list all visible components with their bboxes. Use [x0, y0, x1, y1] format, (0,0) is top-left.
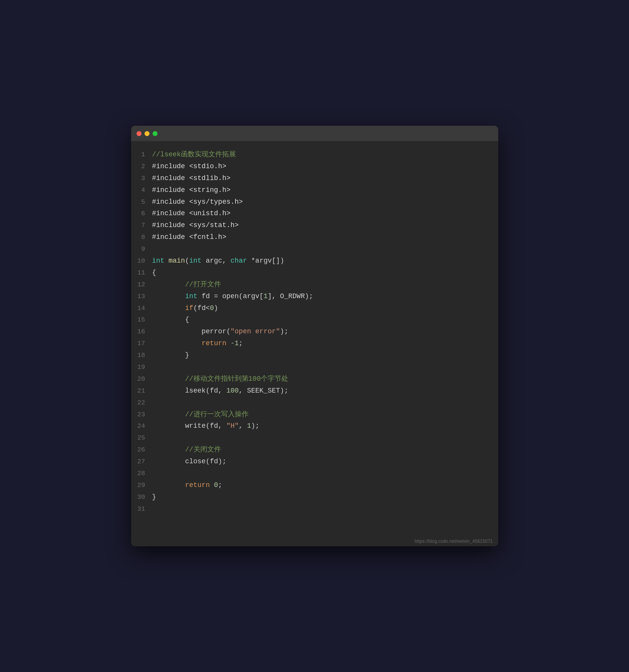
token-comment: //关闭文件 [185, 446, 221, 453]
line-number: 28 [135, 468, 152, 479]
line-content: //lseek函数实现文件拓展 [152, 149, 494, 161]
token-number: 0 [214, 481, 218, 489]
line-number: 31 [135, 504, 152, 515]
token-plain [152, 281, 185, 288]
line-content: #include <string.h> [152, 184, 494, 196]
token-plain: *argv[]) [247, 257, 284, 265]
line-number: 30 [135, 492, 152, 503]
token-keyword: return [185, 481, 210, 489]
line-number: 10 [135, 256, 152, 267]
line-content: int main(int argc, char *argv[]) [152, 255, 494, 267]
code-line: 30} [131, 491, 498, 503]
line-content [152, 361, 494, 373]
line-content: #include <unistd.h> [152, 208, 494, 219]
line-content: #include <stdlib.h> [152, 172, 494, 184]
code-line: 27 close(fd); [131, 456, 498, 467]
line-number: 29 [135, 480, 152, 491]
token-plain [226, 339, 231, 347]
line-content [152, 397, 494, 409]
line-content: perror("open error"); [152, 326, 494, 338]
line-number: 6 [135, 208, 152, 219]
token-plain [152, 375, 185, 383]
minimize-button[interactable] [145, 131, 150, 136]
line-content: return -1; [152, 338, 494, 349]
code-line: 12 //打开文件 [131, 279, 498, 291]
token-preprocessor: #include <sys/stat.h> [152, 221, 239, 229]
footer-url: https://blog.csdn.net/weixin_45615071 [409, 536, 498, 546]
line-number: 7 [135, 220, 152, 231]
token-plain: ( [185, 257, 189, 265]
token-plain: perror( [152, 328, 231, 335]
token-comment: //lseek函数实现文件拓展 [152, 151, 236, 158]
code-line: 9 [131, 243, 498, 255]
code-line: 19 [131, 361, 498, 373]
line-number: 20 [135, 374, 152, 385]
token-plain: lseek(fd, [152, 387, 226, 394]
token-comment: //打开文件 [185, 281, 221, 288]
token-plain [152, 304, 185, 312]
token-plain: , SEEK_SET); [239, 387, 288, 394]
token-plain: ; [218, 481, 222, 489]
token-number: 0 [210, 304, 214, 312]
code-line: 13 int fd = open(argv[1], O_RDWR); [131, 291, 498, 302]
line-number: 12 [135, 279, 152, 291]
line-content: #include <stdio.h> [152, 161, 494, 172]
token-plain: , [239, 422, 247, 430]
token-plain: argc, [202, 257, 231, 265]
code-line: 25 [131, 432, 498, 444]
titlebar [131, 126, 498, 141]
line-number: 11 [135, 268, 152, 279]
token-plain [152, 292, 185, 300]
code-window: 1//lseek函数实现文件拓展2#include <stdio.h>3#inc… [131, 126, 498, 546]
line-content: #include <fcntl.h> [152, 231, 494, 243]
line-content: { [152, 314, 494, 326]
token-plain: fd = open(argv[ [197, 292, 263, 300]
token-comment: //移动文件指针到第100个字节处 [185, 375, 288, 383]
line-content: { [152, 267, 494, 279]
token-plain [152, 411, 185, 418]
line-number: 2 [135, 161, 152, 172]
line-number: 3 [135, 173, 152, 184]
code-area: 1//lseek函数实现文件拓展2#include <stdio.h>3#inc… [131, 141, 498, 523]
token-number: 100 [226, 387, 239, 394]
line-content [152, 432, 494, 444]
code-line: 10int main(int argc, char *argv[]) [131, 255, 498, 267]
code-line: 3#include <stdlib.h> [131, 172, 498, 184]
code-line: 17 return -1; [131, 338, 498, 349]
token-plain: } [152, 493, 156, 501]
line-content [152, 243, 494, 255]
token-plain: ); [280, 328, 288, 335]
code-line: 31 [131, 503, 498, 515]
code-line: 16 perror("open error"); [131, 326, 498, 338]
line-number: 5 [135, 197, 152, 208]
token-preprocessor: #include <fcntl.h> [152, 233, 226, 241]
line-number: 16 [135, 326, 152, 338]
line-number: 14 [135, 303, 152, 314]
token-plain [164, 257, 169, 265]
code-line: 18 } [131, 349, 498, 361]
line-content: #include <sys/types.h> [152, 196, 494, 208]
line-number: 8 [135, 232, 152, 243]
maximize-button[interactable] [153, 131, 158, 136]
token-plain [210, 481, 214, 489]
token-string: "open error" [231, 328, 280, 335]
token-plain: ], O_RDWR); [268, 292, 313, 300]
line-number: 24 [135, 421, 152, 432]
code-line: 1//lseek函数实现文件拓展 [131, 149, 498, 161]
token-preprocessor: #include <stdlib.h> [152, 174, 231, 182]
line-number: 23 [135, 409, 152, 420]
code-line: 4#include <string.h> [131, 184, 498, 196]
line-content: #include <sys/stat.h> [152, 219, 494, 231]
close-button[interactable] [137, 131, 141, 136]
line-number: 1 [135, 149, 152, 161]
code-line: 22 [131, 397, 498, 409]
line-number: 25 [135, 433, 152, 444]
code-line: 29 return 0; [131, 479, 498, 491]
line-number: 19 [135, 362, 152, 373]
token-plain: (fd< [193, 304, 210, 312]
line-number: 21 [135, 386, 152, 397]
code-line: 11{ [131, 267, 498, 279]
line-content [152, 467, 494, 479]
token-function: main [169, 257, 185, 265]
token-string: "H" [226, 422, 239, 430]
